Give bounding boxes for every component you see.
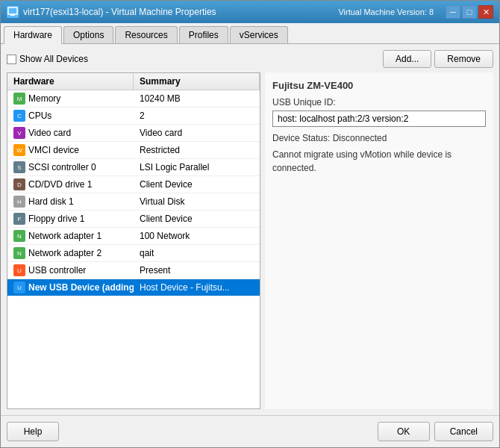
table-row[interactable]: N Network adapter 2 qait [7, 245, 260, 262]
window-title: virt177(esxi13-local) - Virtual Machine … [23, 7, 216, 17]
hardware-cell: V Video card [7, 125, 134, 141]
remove-button[interactable]: Remove [434, 50, 493, 68]
hardware-cell: U New USB Device (adding) [7, 279, 134, 296]
svg-rect-0 [8, 7, 17, 14]
title-bar-left: virt177(esxi13-local) - Virtual Machine … [7, 6, 216, 18]
main-split: Hardware Summary M Memory 10240 MB C [7, 72, 493, 409]
summary-cell: 100 Network [134, 228, 260, 243]
summary-cell: 10240 MB [134, 91, 260, 106]
ok-button[interactable]: OK [378, 422, 430, 441]
help-button[interactable]: Help [7, 422, 59, 441]
floppy-icon: F [13, 213, 25, 225]
summary-cell: Host Device - Fujitsu... [134, 280, 260, 295]
cpu-icon: C [13, 110, 25, 122]
table-row[interactable]: N Network adapter 1 100 Network [7, 228, 260, 245]
vmci-icon: W [13, 144, 25, 156]
migration-note: Cannot migrate using vMotion while devic… [272, 148, 486, 175]
tab-options[interactable]: Options [63, 26, 113, 43]
col-hardware: Hardware [7, 73, 134, 90]
harddisk-icon: H [13, 196, 25, 208]
summary-cell: Video card [134, 125, 260, 140]
maximize-button[interactable]: □ [462, 5, 477, 19]
hardware-cell: C CPUs [7, 108, 134, 124]
tab-bar: Hardware Options Resources Profiles vSer… [1, 23, 499, 44]
new-usb-icon: U [13, 281, 25, 293]
footer: Help OK Cancel [1, 415, 499, 447]
col-summary: Summary [134, 73, 260, 90]
summary-cell: Present [134, 263, 260, 278]
content-area: Show All Devices Add... Remove Hardware … [1, 44, 499, 415]
table-body: M Memory 10240 MB C CPUs 2 [7, 90, 260, 408]
minimize-button[interactable]: ─ [446, 5, 460, 19]
network-icon: N [13, 230, 25, 242]
cddvd-icon: D [13, 178, 25, 190]
button-group: Add... Remove [383, 50, 493, 68]
network-icon: N [13, 247, 25, 259]
hardware-cell: D CD/DVD drive 1 [7, 176, 134, 193]
main-window: virt177(esxi13-local) - Virtual Machine … [0, 0, 500, 448]
close-button[interactable]: ✕ [478, 5, 493, 19]
table-header: Hardware Summary [7, 73, 260, 90]
table-row[interactable]: F Floppy drive 1 Client Device [7, 211, 260, 228]
show-all-label: Show All Devices [19, 54, 88, 64]
add-button[interactable]: Add... [383, 50, 431, 68]
hardware-cell: F Floppy drive 1 [7, 211, 134, 227]
scsi-icon: S [13, 161, 25, 173]
summary-cell: Client Device [134, 211, 260, 226]
summary-cell: Virtual Disk [134, 194, 260, 209]
summary-cell: qait [134, 246, 260, 261]
table-row[interactable]: U USB controller Present [7, 262, 260, 279]
device-status: Device Status: Disconnected [272, 133, 486, 143]
summary-cell: 2 [134, 108, 260, 123]
window-controls: ─ □ ✕ [446, 5, 493, 19]
table-row[interactable]: V Video card Video card [7, 125, 260, 142]
hardware-cell: W VMCI device [7, 142, 134, 158]
vm-version-label: Virtual Machine Version: 8 [338, 7, 434, 16]
title-bar: virt177(esxi13-local) - Virtual Machine … [1, 1, 499, 23]
video-icon: V [13, 127, 25, 139]
summary-cell: LSI Logic Parallel [134, 160, 260, 175]
table-row[interactable]: D CD/DVD drive 1 Client Device [7, 176, 260, 193]
table-row[interactable]: W VMCI device Restricted [7, 142, 260, 159]
usb-ctrl-icon: U [13, 264, 25, 276]
show-all-devices: Show All Devices [7, 54, 88, 64]
hardware-cell: M Memory [7, 90, 134, 107]
svg-rect-1 [10, 14, 15, 16]
device-name: Fujitsu ZM-VE400 [272, 80, 486, 91]
app-icon [7, 6, 19, 18]
cancel-button[interactable]: Cancel [434, 422, 493, 441]
hardware-table: Hardware Summary M Memory 10240 MB C [7, 72, 260, 409]
tab-hardware[interactable]: Hardware [4, 26, 62, 44]
hardware-cell: N Network adapter 1 [7, 228, 134, 244]
table-row[interactable]: H Hard disk 1 Virtual Disk [7, 193, 260, 211]
summary-cell: Restricted [134, 143, 260, 158]
show-all-checkbox[interactable] [7, 55, 16, 64]
hardware-cell: N Network adapter 2 [7, 245, 134, 261]
table-row[interactable]: M Memory 10240 MB [7, 90, 260, 108]
hardware-cell: U USB controller [7, 262, 134, 279]
tab-vservices[interactable]: vServices [230, 26, 288, 43]
memory-icon: M [13, 93, 25, 105]
tab-profiles[interactable]: Profiles [179, 26, 228, 43]
tab-resources[interactable]: Resources [115, 26, 177, 43]
device-details-panel: Fujitsu ZM-VE400 USB Unique ID: Device S… [265, 72, 493, 409]
table-row-selected[interactable]: U New USB Device (adding) Host Device - … [7, 279, 260, 296]
hardware-cell: H Hard disk 1 [7, 193, 134, 210]
uid-label: USB Unique ID: [272, 97, 486, 108]
footer-right: OK Cancel [378, 422, 493, 441]
table-row[interactable]: S SCSI controller 0 LSI Logic Parallel [7, 159, 260, 176]
table-row[interactable]: C CPUs 2 [7, 108, 260, 125]
uid-input[interactable] [272, 111, 486, 127]
hardware-cell: S SCSI controller 0 [7, 159, 134, 175]
top-bar: Show All Devices Add... Remove [7, 50, 493, 68]
summary-cell: Client Device [134, 177, 260, 192]
